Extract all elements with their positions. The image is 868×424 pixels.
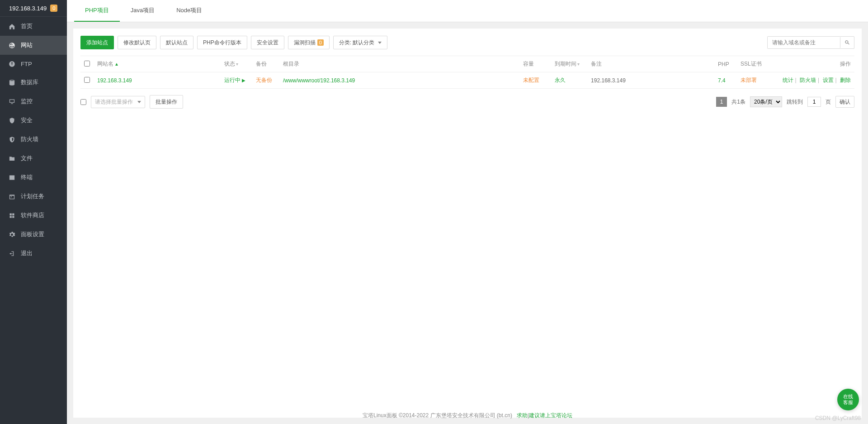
th-expire[interactable]: 到期时间▾: [551, 56, 587, 72]
th-name[interactable]: 网站名▲: [94, 56, 221, 72]
batch-exec-button[interactable]: 批量操作: [150, 95, 183, 109]
th-ssl: SSL证书: [737, 56, 773, 72]
nav-label: 退出: [21, 249, 33, 257]
nav-files[interactable]: 文件: [0, 149, 67, 168]
table-row: 192.168.3.149 运行中 ▶ 无备份 /www/wwwroot/192…: [80, 72, 854, 89]
tab-node[interactable]: Node项目: [165, 0, 213, 22]
th-ops: 操作: [773, 56, 854, 72]
ops-cell: 统计| 防火墙| 设置| 删除: [773, 72, 854, 89]
default-site-button[interactable]: 默认站点: [160, 36, 193, 49]
search-button[interactable]: [840, 37, 854, 48]
nav-label: 安全: [21, 116, 33, 124]
category-label: 分类: 默认分类: [339, 38, 375, 47]
logout-icon: [8, 250, 15, 257]
database-icon: [8, 79, 15, 86]
toolbar: 添加站点 修改默认页 默认站点 PHP命令行版本 安全设置 漏洞扫描 0 分类:…: [80, 36, 854, 49]
nav-list: 首页 网站 FTP 数据库 监控 安全 防火墙 文件 终端 计划任务 软件商店 …: [0, 17, 67, 263]
ftp-icon: [8, 60, 15, 67]
page-unit: 页: [826, 98, 831, 106]
th-php: PHP: [714, 56, 737, 72]
nav-home[interactable]: 首页: [0, 17, 67, 36]
php-cli-button[interactable]: PHP命令行版本: [197, 36, 247, 49]
jump-confirm-button[interactable]: 确认: [835, 96, 854, 108]
nav-firewall[interactable]: 防火墙: [0, 130, 67, 149]
tab-java[interactable]: Java项目: [120, 0, 165, 22]
apps-icon: [8, 212, 15, 219]
nav-label: 终端: [21, 173, 33, 181]
op-del[interactable]: 删除: [840, 77, 851, 83]
th-root: 根目录: [279, 56, 519, 72]
op-waf[interactable]: 防火墙: [800, 77, 816, 83]
nav-label: 监控: [21, 97, 33, 105]
backup-text[interactable]: 无备份: [256, 77, 272, 83]
footer-forum-link[interactable]: 建议请上宝塔论坛: [529, 412, 572, 419]
terminal-icon: [8, 174, 15, 181]
pagination: 1 共1条 20条/页 跳转到 页 确认: [716, 96, 854, 108]
select-all-checkbox[interactable]: [84, 61, 90, 67]
search-box: [767, 36, 854, 49]
add-site-button[interactable]: 添加站点: [80, 36, 114, 49]
notice-badge[interactable]: 0: [50, 5, 57, 12]
nav-website[interactable]: 网站: [0, 36, 67, 55]
globe-icon: [8, 42, 15, 49]
remark-text[interactable]: 192.168.3.149: [587, 72, 714, 89]
nav-monitor[interactable]: 监控: [0, 92, 67, 111]
project-tabs: PHP项目 Java项目 Node项目: [67, 0, 868, 22]
capacity-text[interactable]: 未配置: [523, 77, 539, 83]
chevron-down-icon: [137, 101, 141, 103]
th-capacity: 容量: [519, 56, 551, 72]
customer-service-fab[interactable]: 在线 客服: [837, 389, 859, 410]
watermark: CSDN @LyCraft98: [815, 415, 861, 421]
status-text[interactable]: 运行中: [224, 77, 241, 83]
th-status[interactable]: 状态▾: [221, 56, 252, 72]
home-icon: [8, 23, 15, 30]
gear-icon: [8, 231, 15, 238]
root-path-link[interactable]: /www/wwwroot/192.168.3.149: [283, 77, 355, 84]
nav-label: 网站: [21, 41, 33, 49]
nav-settings[interactable]: 面板设置: [0, 225, 67, 244]
batch-checkbox[interactable]: [80, 99, 86, 105]
nav-label: 软件商店: [21, 211, 44, 219]
tab-php[interactable]: PHP项目: [74, 0, 120, 22]
nav-terminal[interactable]: 终端: [0, 168, 67, 187]
site-name-link[interactable]: 192.168.3.149: [97, 77, 132, 84]
footer-help-link[interactable]: 求助: [517, 412, 528, 419]
nav-label: 数据库: [21, 78, 38, 86]
sort-icon: ▾: [236, 62, 238, 67]
shield-icon: [8, 117, 15, 124]
search-input[interactable]: [768, 37, 840, 48]
table-header-row: 网站名▲ 状态▾ 备份 根目录 容量 到期时间▾ 备注 PHP SSL证书 操作: [80, 56, 854, 72]
nav-security[interactable]: 安全: [0, 111, 67, 130]
batch-select-label: 请选择批量操作: [95, 98, 133, 106]
edit-default-button[interactable]: 修改默认页: [118, 36, 156, 49]
jump-input[interactable]: [807, 97, 821, 107]
sort-icon: ▾: [577, 62, 580, 67]
batch-row: 请选择批量操作 批量操作 1 共1条 20条/页 跳转到 页 确认: [80, 95, 854, 109]
php-version-link[interactable]: 7.4: [718, 77, 726, 84]
security-button[interactable]: 安全设置: [251, 36, 284, 49]
category-button[interactable]: 分类: 默认分类: [333, 36, 388, 49]
nav-database[interactable]: 数据库: [0, 73, 67, 92]
batch-select[interactable]: 请选择批量操作: [91, 96, 145, 108]
nav-label: 文件: [21, 154, 33, 162]
vuln-scan-label: 漏洞扫描: [294, 38, 316, 47]
vuln-scan-button[interactable]: 漏洞扫描 0: [288, 36, 330, 49]
host-label: 192.168.3.149: [9, 5, 47, 12]
row-checkbox[interactable]: [84, 77, 90, 83]
nav-cron[interactable]: 计划任务: [0, 187, 67, 206]
monitor-icon: [8, 98, 15, 105]
nav-ftp[interactable]: FTP: [0, 55, 67, 73]
nav-store[interactable]: 软件商店: [0, 206, 67, 225]
page-current[interactable]: 1: [716, 97, 727, 107]
nav-logout[interactable]: 退出: [0, 244, 67, 263]
op-set[interactable]: 设置: [823, 77, 834, 83]
sidebar: 192.168.3.149 0 首页 网站 FTP 数据库 监控 安全 防火墙 …: [0, 0, 67, 424]
folder-icon: [8, 155, 15, 162]
expire-text[interactable]: 永久: [555, 77, 566, 83]
content-panel: 添加站点 修改默认页 默认站点 PHP命令行版本 安全设置 漏洞扫描 0 分类:…: [73, 29, 862, 418]
op-stat[interactable]: 统计: [783, 77, 793, 83]
nav-label: FTP: [21, 61, 32, 67]
ssl-text[interactable]: 未部署: [741, 77, 757, 83]
vuln-scan-badge: 0: [317, 39, 324, 46]
page-size-select[interactable]: 20条/页: [750, 96, 782, 107]
